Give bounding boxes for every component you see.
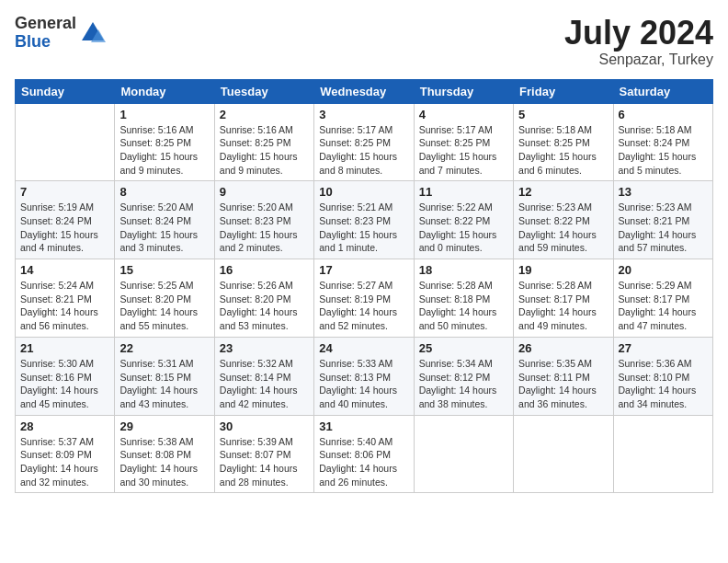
day-info: Sunrise: 5:32 AM Sunset: 8:14 PM Dayligh…: [220, 357, 309, 411]
calendar-cell: 14Sunrise: 5:24 AM Sunset: 8:21 PM Dayli…: [16, 259, 115, 338]
calendar-header-monday: Monday: [115, 79, 214, 103]
day-number: 21: [20, 341, 109, 355]
day-info: Sunrise: 5:34 AM Sunset: 8:12 PM Dayligh…: [419, 357, 508, 411]
day-info: Sunrise: 5:28 AM Sunset: 8:17 PM Dayligh…: [518, 279, 608, 333]
calendar-header-thursday: Thursday: [414, 79, 513, 103]
day-number: 1: [119, 108, 209, 121]
calendar-cell: 3Sunrise: 5:17 AM Sunset: 8:25 PM Daylig…: [314, 103, 414, 181]
day-number: 13: [619, 185, 708, 199]
calendar-week-row: 7Sunrise: 5:19 AM Sunset: 8:24 PM Daylig…: [16, 181, 713, 259]
day-number: 18: [419, 263, 508, 277]
day-info: Sunrise: 5:23 AM Sunset: 8:22 PM Dayligh…: [518, 201, 608, 255]
calendar-cell: 17Sunrise: 5:27 AM Sunset: 8:19 PM Dayli…: [314, 259, 414, 338]
day-number: 14: [20, 263, 109, 277]
calendar-header-row: SundayMondayTuesdayWednesdayThursdayFrid…: [16, 79, 713, 103]
calendar-header-saturday: Saturday: [613, 79, 712, 103]
calendar-cell: 6Sunrise: 5:18 AM Sunset: 8:24 PM Daylig…: [613, 103, 712, 181]
logo: General Blue: [15, 15, 106, 52]
day-number: 4: [419, 108, 508, 121]
calendar-cell: 29Sunrise: 5:38 AM Sunset: 8:08 PM Dayli…: [115, 415, 214, 493]
calendar-cell: [514, 415, 613, 493]
day-number: 9: [220, 185, 309, 199]
day-number: 5: [518, 108, 608, 121]
day-info: Sunrise: 5:18 AM Sunset: 8:24 PM Dayligh…: [619, 123, 708, 178]
calendar-week-row: 14Sunrise: 5:24 AM Sunset: 8:21 PM Dayli…: [16, 259, 713, 338]
day-number: 3: [319, 108, 408, 121]
day-info: Sunrise: 5:25 AM Sunset: 8:20 PM Dayligh…: [119, 279, 209, 333]
day-info: Sunrise: 5:17 AM Sunset: 8:25 PM Dayligh…: [319, 123, 408, 178]
calendar-cell: 11Sunrise: 5:22 AM Sunset: 8:22 PM Dayli…: [414, 181, 513, 259]
calendar-cell: 2Sunrise: 5:16 AM Sunset: 8:25 PM Daylig…: [214, 103, 313, 181]
day-number: 6: [619, 108, 708, 121]
day-number: 31: [319, 419, 408, 433]
day-number: 22: [119, 341, 209, 355]
day-info: Sunrise: 5:21 AM Sunset: 8:23 PM Dayligh…: [319, 201, 408, 255]
logo-text: General Blue: [15, 15, 76, 52]
calendar-week-row: 1Sunrise: 5:16 AM Sunset: 8:25 PM Daylig…: [16, 103, 713, 181]
calendar-cell: 23Sunrise: 5:32 AM Sunset: 8:14 PM Dayli…: [214, 337, 313, 415]
day-info: Sunrise: 5:23 AM Sunset: 8:21 PM Dayligh…: [619, 201, 708, 255]
calendar-header-wednesday: Wednesday: [314, 79, 414, 103]
day-number: 29: [119, 419, 209, 433]
day-info: Sunrise: 5:19 AM Sunset: 8:24 PM Dayligh…: [20, 201, 109, 255]
day-info: Sunrise: 5:33 AM Sunset: 8:13 PM Dayligh…: [319, 357, 408, 411]
day-info: Sunrise: 5:18 AM Sunset: 8:25 PM Dayligh…: [518, 123, 608, 178]
day-number: 2: [220, 108, 309, 121]
day-number: 12: [518, 185, 608, 199]
day-number: 19: [518, 263, 608, 277]
day-info: Sunrise: 5:35 AM Sunset: 8:11 PM Dayligh…: [518, 357, 608, 411]
day-number: 28: [20, 419, 109, 433]
day-info: Sunrise: 5:36 AM Sunset: 8:10 PM Dayligh…: [619, 357, 708, 411]
day-number: 17: [319, 263, 408, 277]
calendar-cell: 22Sunrise: 5:31 AM Sunset: 8:15 PM Dayli…: [115, 337, 214, 415]
calendar-cell: 9Sunrise: 5:20 AM Sunset: 8:23 PM Daylig…: [214, 181, 313, 259]
calendar-cell: [414, 415, 513, 493]
day-number: 11: [419, 185, 508, 199]
day-info: Sunrise: 5:27 AM Sunset: 8:19 PM Dayligh…: [319, 279, 408, 333]
day-number: 10: [319, 185, 408, 199]
day-number: 7: [20, 185, 109, 199]
day-info: Sunrise: 5:37 AM Sunset: 8:09 PM Dayligh…: [20, 435, 109, 489]
calendar-header-sunday: Sunday: [16, 79, 115, 103]
calendar-cell: 21Sunrise: 5:30 AM Sunset: 8:16 PM Dayli…: [16, 337, 115, 415]
calendar-cell: 15Sunrise: 5:25 AM Sunset: 8:20 PM Dayli…: [115, 259, 214, 338]
page-header: General Blue July 2024 Senpazar, Turkey: [15, 15, 713, 68]
day-number: 26: [518, 341, 608, 355]
calendar-cell: 20Sunrise: 5:29 AM Sunset: 8:17 PM Dayli…: [613, 259, 712, 338]
day-info: Sunrise: 5:40 AM Sunset: 8:06 PM Dayligh…: [319, 435, 408, 489]
month-year: July 2024: [564, 15, 713, 52]
title-block: July 2024 Senpazar, Turkey: [564, 15, 713, 68]
day-info: Sunrise: 5:24 AM Sunset: 8:21 PM Dayligh…: [20, 279, 109, 333]
day-number: 16: [220, 263, 309, 277]
day-info: Sunrise: 5:16 AM Sunset: 8:25 PM Dayligh…: [119, 123, 209, 178]
calendar-cell: 10Sunrise: 5:21 AM Sunset: 8:23 PM Dayli…: [314, 181, 414, 259]
calendar-cell: 24Sunrise: 5:33 AM Sunset: 8:13 PM Dayli…: [314, 337, 414, 415]
day-info: Sunrise: 5:29 AM Sunset: 8:17 PM Dayligh…: [619, 279, 708, 333]
calendar-header-friday: Friday: [514, 79, 613, 103]
calendar-cell: [613, 415, 712, 493]
logo-blue: Blue: [15, 33, 76, 52]
day-info: Sunrise: 5:20 AM Sunset: 8:24 PM Dayligh…: [119, 201, 209, 255]
calendar-cell: 4Sunrise: 5:17 AM Sunset: 8:25 PM Daylig…: [414, 103, 513, 181]
calendar-cell: 8Sunrise: 5:20 AM Sunset: 8:24 PM Daylig…: [115, 181, 214, 259]
calendar-cell: 19Sunrise: 5:28 AM Sunset: 8:17 PM Dayli…: [514, 259, 613, 338]
day-info: Sunrise: 5:38 AM Sunset: 8:08 PM Dayligh…: [119, 435, 209, 489]
day-info: Sunrise: 5:22 AM Sunset: 8:22 PM Dayligh…: [419, 201, 508, 255]
day-info: Sunrise: 5:16 AM Sunset: 8:25 PM Dayligh…: [220, 123, 309, 178]
day-number: 23: [220, 341, 309, 355]
day-info: Sunrise: 5:20 AM Sunset: 8:23 PM Dayligh…: [220, 201, 309, 255]
calendar-cell: 31Sunrise: 5:40 AM Sunset: 8:06 PM Dayli…: [314, 415, 414, 493]
day-info: Sunrise: 5:26 AM Sunset: 8:20 PM Dayligh…: [220, 279, 309, 333]
calendar-table: SundayMondayTuesdayWednesdayThursdayFrid…: [15, 79, 713, 494]
calendar-header-tuesday: Tuesday: [214, 79, 313, 103]
day-number: 15: [119, 263, 209, 277]
calendar-cell: 30Sunrise: 5:39 AM Sunset: 8:07 PM Dayli…: [214, 415, 313, 493]
calendar-cell: 16Sunrise: 5:26 AM Sunset: 8:20 PM Dayli…: [214, 259, 313, 338]
calendar-cell: 28Sunrise: 5:37 AM Sunset: 8:09 PM Dayli…: [16, 415, 115, 493]
day-number: 25: [419, 341, 508, 355]
calendar-cell: [16, 103, 115, 181]
day-number: 30: [220, 419, 309, 433]
day-info: Sunrise: 5:17 AM Sunset: 8:25 PM Dayligh…: [419, 123, 508, 178]
calendar-week-row: 21Sunrise: 5:30 AM Sunset: 8:16 PM Dayli…: [16, 337, 713, 415]
calendar-cell: 13Sunrise: 5:23 AM Sunset: 8:21 PM Dayli…: [613, 181, 712, 259]
